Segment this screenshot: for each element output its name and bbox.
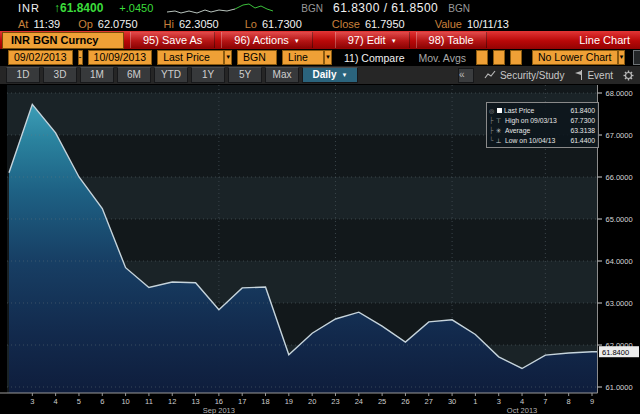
ask-source: BGN xyxy=(448,3,470,14)
mov-avg-input-2[interactable] xyxy=(493,50,505,65)
svg-text:24: 24 xyxy=(355,397,363,406)
chart-mode-label: Line Chart xyxy=(579,34,630,46)
svg-text:10: 10 xyxy=(121,397,129,406)
svg-text:63.0000: 63.0000 xyxy=(606,299,633,308)
svg-text:30: 30 xyxy=(448,397,456,406)
lower-chart-select[interactable]: No Lower Chart xyxy=(532,50,618,65)
range-tab-bar: 1D 3D 1M 6M YTD 1Y 5Y Max Daily▼ « Secur… xyxy=(0,66,640,84)
svg-text:5: 5 xyxy=(77,397,81,406)
end-date-input[interactable]: 10/09/2013 xyxy=(88,50,153,65)
collapse-panel-button[interactable]: « xyxy=(458,68,474,83)
svg-text:19: 19 xyxy=(285,397,293,406)
pin-icon: ◎ xyxy=(489,107,495,114)
stat-low: Lo61.7300 xyxy=(245,18,302,30)
stat-at: At11:39 xyxy=(18,18,60,30)
stats-bar: At11:39 Op62.0750 Hi62.3050 Lo61.7300 Cl… xyxy=(0,16,640,31)
svg-text:66.0000: 66.0000 xyxy=(606,173,633,182)
caret-down-icon[interactable]: ▼ xyxy=(224,50,232,65)
stat-close: Close61.7950 xyxy=(332,18,405,30)
low-marker-icon: ⊥ xyxy=(494,136,503,145)
svg-text:8: 8 xyxy=(567,397,571,406)
svg-text:3: 3 xyxy=(497,397,501,406)
edit-menu-button[interactable]: 97) Edit▼ xyxy=(335,32,410,48)
quote-bar: INR ↑61.8400 +.0450 BGN 61.8300 / 61.850… xyxy=(0,0,640,16)
tab-6m[interactable]: 6M xyxy=(117,67,151,83)
date-range-separator: - xyxy=(78,50,83,65)
ticker-symbol: INR xyxy=(18,2,40,14)
svg-text:Oct 2013: Oct 2013 xyxy=(507,406,537,414)
tab-5y[interactable]: 5Y xyxy=(228,67,262,83)
svg-text:4: 4 xyxy=(54,397,58,406)
last-price-marker-icon xyxy=(497,108,502,113)
svg-text:3: 3 xyxy=(30,397,34,406)
legend-high: ├ ⊤ High on 09/03/13 67.7300 xyxy=(489,115,595,125)
tab-1m[interactable]: 1M xyxy=(80,67,114,83)
event-button[interactable]: Event xyxy=(574,70,613,81)
security-short-button[interactable]: INR xyxy=(633,50,640,65)
high-marker-icon: ⊤ xyxy=(494,116,503,125)
svg-text:64.0000: 64.0000 xyxy=(606,257,633,266)
stat-value-date: Value10/11/13 xyxy=(435,18,509,30)
mov-avg-input-1[interactable] xyxy=(476,50,488,65)
svg-text:9: 9 xyxy=(590,397,594,406)
svg-text:7: 7 xyxy=(543,397,547,406)
caret-down-icon: ▼ xyxy=(294,33,300,49)
chart-icon xyxy=(484,70,496,80)
caret-down-icon[interactable]: ▼ xyxy=(324,50,332,65)
security-ticker-box[interactable]: INR BGN Curncy xyxy=(2,32,124,49)
svg-text:12: 12 xyxy=(168,397,176,406)
mov-avg-input-3[interactable] xyxy=(510,50,522,65)
tab-ytd[interactable]: YTD xyxy=(154,67,188,83)
caret-down-icon: ▼ xyxy=(391,33,397,49)
gear-icon xyxy=(623,70,634,81)
svg-text:61.0000: 61.0000 xyxy=(606,383,633,392)
chart-legend[interactable]: ◎ Last Price 61.8400 ├ ⊤ High on 09/03/1… xyxy=(486,102,599,148)
average-marker-icon: ✳ xyxy=(494,126,503,135)
tab-1d[interactable]: 1D xyxy=(6,67,40,83)
actions-menu-button[interactable]: 96) Actions▼ xyxy=(221,32,312,48)
last-price: ↑61.8400 xyxy=(54,1,103,15)
security-study-button[interactable]: Security/Study xyxy=(484,70,564,81)
compare-button[interactable]: 11) Compare xyxy=(344,52,405,64)
svg-text:Sep 2013: Sep 2013 xyxy=(203,406,235,414)
legend-last-price: ◎ Last Price 61.8400 xyxy=(489,105,595,115)
save-as-button[interactable]: 95) Save As xyxy=(130,32,215,48)
svg-text:26: 26 xyxy=(401,397,409,406)
caret-down-icon[interactable]: ▼ xyxy=(618,50,626,65)
bid-source: BGN xyxy=(301,3,323,14)
price-change: +.0450 xyxy=(119,2,153,14)
legend-average: ├ ✳ Average 63.3138 xyxy=(489,125,595,135)
field-select[interactable]: Last Price xyxy=(157,50,224,65)
stat-high: Hi62.3050 xyxy=(164,18,219,30)
legend-low: └ ⊥ Low on 10/04/13 61.4400 xyxy=(489,135,595,145)
svg-text:23: 23 xyxy=(331,397,339,406)
period-select-daily[interactable]: Daily▼ xyxy=(302,67,358,83)
intraday-sparkline xyxy=(165,2,277,15)
sparkline-green-segment xyxy=(235,4,273,11)
settings-button[interactable] xyxy=(623,70,634,81)
svg-text:1: 1 xyxy=(473,397,477,406)
caret-down-icon: ▼ xyxy=(341,68,347,82)
svg-text:65.0000: 65.0000 xyxy=(606,215,633,224)
svg-text:17: 17 xyxy=(238,397,246,406)
tab-1y[interactable]: 1Y xyxy=(191,67,225,83)
source-input[interactable]: BGN xyxy=(237,50,277,65)
chart-toolbar: 09/02/2013 - 10/09/2013 Last Price ▼ BGN… xyxy=(0,49,640,66)
svg-text:67.0000: 67.0000 xyxy=(606,131,633,140)
chart-type-select[interactable]: Line xyxy=(282,50,324,65)
table-button[interactable]: 98) Table xyxy=(416,32,487,48)
svg-text:13: 13 xyxy=(191,397,199,406)
stat-open: Op62.0750 xyxy=(78,18,137,30)
menu-bar: INR BGN Curncy 95) Save As 96) Actions▼ … xyxy=(0,31,640,49)
tab-max[interactable]: Max xyxy=(265,67,299,83)
flag-icon xyxy=(574,70,583,80)
svg-text:25: 25 xyxy=(378,397,386,406)
svg-text:68.0000: 68.0000 xyxy=(606,89,633,98)
sparkline-gray-segment xyxy=(167,9,235,13)
bid-ask: 61.8300 / 61.8500 xyxy=(333,1,438,15)
tab-3d[interactable]: 3D xyxy=(43,67,77,83)
start-date-input[interactable]: 09/02/2013 xyxy=(8,50,73,65)
svg-text:11: 11 xyxy=(145,397,153,406)
svg-text:20: 20 xyxy=(308,397,316,406)
mov-avgs-button[interactable]: Mov. Avgs xyxy=(419,52,466,64)
